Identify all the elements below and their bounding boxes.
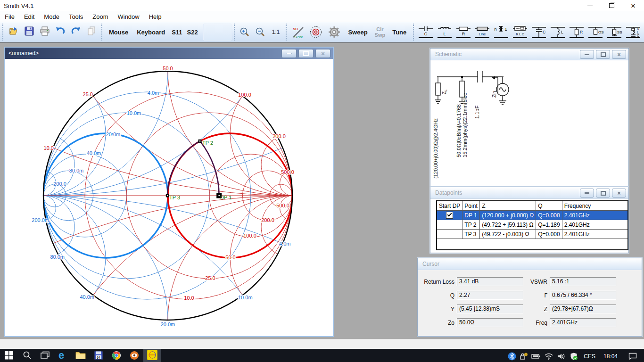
clock[interactable]: 18:04 — [601, 353, 620, 360]
taskbar-viewer-button[interactable] — [125, 349, 143, 362]
taskbar-file-explorer-button[interactable] — [72, 349, 90, 362]
component-series-inductor-button[interactable]: L — [435, 24, 454, 40]
zoom-ratio-button[interactable]: 1:1 — [272, 29, 280, 35]
wifi-icon[interactable] — [544, 353, 553, 360]
notification-center-icon[interactable] — [623, 353, 642, 360]
schematic-minimize-button[interactable] — [580, 50, 594, 59]
schematic-restore-button[interactable] — [596, 50, 610, 59]
component-series-capacitor-button[interactable]: C — [416, 24, 435, 40]
cursor-field-value[interactable]: 2.401GHz — [550, 318, 616, 327]
chart-close-button[interactable]: × — [315, 49, 330, 58]
taskbar-start-button[interactable] — [0, 349, 18, 362]
column-header[interactable]: Z — [480, 201, 536, 211]
cursor-field-value[interactable]: 3.41 dB — [457, 277, 523, 286]
print-button[interactable] — [38, 26, 51, 39]
schematic-titlebar[interactable]: Schematic × — [430, 49, 628, 60]
taskbar-task-view-button[interactable] — [36, 349, 54, 362]
svg-text:40.0m: 40.0m — [87, 150, 101, 156]
datapoints-titlebar[interactable]: Datapoints × — [430, 187, 628, 199]
component-transmission-line-button[interactable]: Line — [473, 24, 492, 40]
app-close-button[interactable]: × — [622, 0, 644, 11]
smith-chart-canvas[interactable]: 10.025.050.0100.0200.0500.010.025.050.01… — [5, 59, 333, 336]
cursor-right-column: VSWR5.16 :1Γ0.675 / 66.334 °Z(29.78+j67.… — [519, 277, 616, 332]
datapoint-row[interactable]: TP 2(49.722 + j59.113) ΩQ=1.1892.401GHz — [437, 220, 628, 230]
chart-window-titlebar[interactable]: <unnamed> × — [5, 48, 333, 59]
bluetooth-icon[interactable] — [508, 352, 516, 361]
taskbar-chrome-button[interactable] — [107, 349, 125, 362]
keyboard-button[interactable]: Keyboard — [137, 29, 165, 36]
cursor-field-value[interactable]: (29.78+j67.67)Ω — [550, 304, 616, 313]
component-series-rlc-button[interactable]: R L C — [511, 24, 529, 40]
taskbar-floppy-64-button[interactable]: 64 — [90, 349, 107, 362]
menu-item-tools[interactable]: Tools — [64, 13, 88, 21]
datapoints-minimize-button[interactable] — [580, 189, 594, 197]
clear-sweep-button[interactable]: ClrSwp — [375, 26, 386, 38]
menu-item-window[interactable]: Window — [113, 13, 144, 21]
settings-button[interactable] — [326, 26, 342, 39]
component-series-resistor-button[interactable]: R — [454, 24, 473, 40]
datapoints-restore-button[interactable] — [596, 189, 610, 197]
cursor-left-column: Return Loss3.41 dBQ2.27Y(5.45-j12.38)mSZ… — [419, 277, 523, 332]
battery-icon[interactable] — [531, 352, 541, 361]
column-header[interactable]: Start DP — [437, 201, 462, 211]
zoom-out-button[interactable] — [254, 26, 267, 39]
redo-button[interactable] — [69, 26, 82, 39]
app-title: Smith V4.1 — [4, 2, 34, 9]
mdi-workspace: <unnamed> × 10.025.050.0100.0200.0500.01… — [0, 42, 644, 339]
smith-splot-toggle-button[interactable]: SCSPlot — [290, 26, 305, 39]
cursor-field-value[interactable]: 2.27 — [457, 291, 523, 300]
component-open-stub-button[interactable]: OS — [586, 24, 605, 40]
menu-item-edit[interactable]: Edit — [19, 13, 39, 21]
sweep-button[interactable]: Sweep — [348, 29, 367, 36]
tune-button[interactable]: Tune — [392, 29, 406, 36]
column-header[interactable]: Point — [462, 201, 480, 211]
schematic-canvas[interactable]: ZL Zin (120.00+j0.00)Ω@2.4GHz 50.0Ω|0dB/… — [430, 60, 625, 184]
menu-item-file[interactable]: File — [0, 13, 19, 21]
datapoint-row[interactable]: TP 3(49.722 - j0.003) ΩQ=0.0002.401GHz — [437, 230, 628, 239]
zoom-in-button[interactable] — [239, 26, 251, 39]
taskbar-smith-active-button[interactable] — [143, 349, 161, 362]
sc-splot-icon: SCSPlot — [291, 25, 305, 39]
menubar: FileEditModeToolsZoomWindowHelp — [0, 11, 644, 22]
frequency-cell: 2.401GHz — [562, 230, 628, 239]
taskbar-search-button[interactable] — [18, 349, 36, 362]
column-header[interactable]: Q — [536, 201, 562, 211]
component-shunt-inductor-button[interactable]: L — [548, 24, 567, 40]
datapoints-close-button[interactable]: × — [612, 189, 626, 197]
cursor-field-value[interactable]: 5.16 :1 — [550, 277, 616, 286]
menu-item-mode[interactable]: Mode — [39, 13, 64, 21]
column-header[interactable]: Frequency — [562, 201, 628, 211]
mouse-button[interactable]: Mouse — [109, 29, 128, 36]
target-button[interactable] — [308, 26, 323, 39]
open-file-button[interactable] — [7, 26, 20, 39]
svg-text:C: C — [543, 30, 545, 34]
component-shunt-capacitor-button[interactable]: C — [529, 24, 548, 40]
taskbar-edge-button[interactable]: e — [54, 349, 72, 362]
security-icon[interactable] — [520, 352, 528, 361]
start-dp-checkbox[interactable] — [446, 212, 453, 219]
cursor-field-value[interactable]: 50.0Ω — [457, 318, 523, 327]
s11-button[interactable]: S11 — [172, 29, 182, 36]
schematic-close-button[interactable]: × — [612, 50, 626, 59]
undo-button[interactable] — [54, 26, 66, 39]
volume-icon[interactable] — [557, 353, 566, 360]
cursor-titlebar[interactable]: Cursor — [418, 258, 642, 270]
component-shunt-rlc-button[interactable]: RLC — [624, 24, 643, 40]
defender-icon[interactable] — [570, 352, 578, 361]
chart-restore-button[interactable] — [298, 49, 314, 58]
app-minimize-button[interactable] — [579, 0, 601, 11]
app-restore-button[interactable] — [601, 0, 622, 11]
chart-minimize-button[interactable] — [281, 49, 297, 58]
copy-button[interactable] — [85, 26, 98, 39]
cursor-field-value[interactable]: 0.675 / 66.334 ° — [550, 291, 616, 300]
cursor-field-value[interactable]: (5.45-j12.38)mS — [457, 304, 523, 313]
menu-item-help[interactable]: Help — [144, 13, 166, 21]
language-indicator[interactable]: CES — [581, 353, 598, 360]
component-shorted-stub-button[interactable]: SS — [605, 24, 624, 40]
datapoint-row[interactable]: DP 1(120.000 + j0.000) ΩQ=0.0002.401GHz — [437, 211, 628, 220]
component-transformer-button[interactable]: n1 — [492, 24, 511, 40]
menu-item-zoom[interactable]: Zoom — [88, 13, 113, 21]
component-shunt-resistor-button[interactable]: R — [567, 24, 586, 40]
s22-button[interactable]: S22 — [187, 29, 198, 36]
save-button[interactable] — [23, 26, 35, 39]
